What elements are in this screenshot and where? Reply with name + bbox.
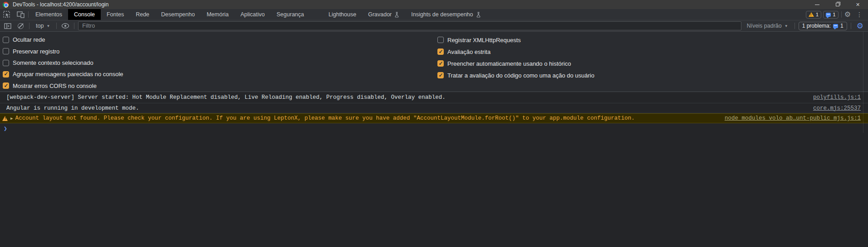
warning-icon xyxy=(809,12,814,17)
divider xyxy=(56,23,57,29)
messages-badge[interactable]: 1 xyxy=(823,11,838,19)
device-toolbar-icon[interactable] xyxy=(14,9,27,20)
source-link[interactable]: node_modules_volo_ab…unt-public_mjs.js:1 xyxy=(725,115,868,121)
minimize-icon xyxy=(815,5,819,5)
checkbox-preservar-registro[interactable]: Preservar registro xyxy=(0,45,435,57)
divider xyxy=(29,23,29,29)
minimize-button[interactable] xyxy=(807,0,827,9)
log-message: Angular is running in development mode. xyxy=(0,105,139,111)
close-button[interactable]: ✕ xyxy=(848,0,868,9)
issue-bubble-icon xyxy=(833,24,838,28)
expand-caret-icon[interactable]: ▶ xyxy=(10,116,13,121)
console-warning-row: ▶ Account layout not found. Please check… xyxy=(0,113,868,123)
window-title: DevTools - localhost:4200/account/login xyxy=(13,1,108,8)
console-settings-gear-icon[interactable]: ⚙ xyxy=(855,22,865,30)
experiment-flask-icon xyxy=(394,12,399,18)
console-prompt-row[interactable]: ❯ xyxy=(0,123,868,134)
javascript-context-dropdown[interactable]: top ▼ xyxy=(33,23,53,29)
checkbox-icon[interactable] xyxy=(437,60,444,67)
scrollbar-gutter[interactable] xyxy=(863,32,868,133)
checkbox-avaliacao-acao-usuario[interactable]: Tratar a avaliação do código como uma aç… xyxy=(435,69,594,81)
more-options-icon[interactable]: ⋮ xyxy=(853,11,866,18)
console-settings-panel: Ocultar rede Preservar registro Somente … xyxy=(0,32,868,92)
checkbox-somente-contexto[interactable]: Somente contexto selecionado xyxy=(0,57,435,68)
checkbox-preencher-historico[interactable]: Preencher automaticamente usando o histó… xyxy=(435,58,594,69)
window-controls: ✕ xyxy=(807,0,868,9)
issues-button[interactable]: 1 problema: 1 xyxy=(799,22,847,30)
settings-column-right: Registrar XMLHttpRequests Avaliação estr… xyxy=(435,34,594,92)
maximize-button[interactable] xyxy=(827,0,848,9)
warning-triangle-icon xyxy=(2,116,8,121)
checkbox-ocultar-rede[interactable]: Ocultar rede xyxy=(0,34,435,45)
checkbox-icon[interactable] xyxy=(3,82,9,89)
checkbox-avaliacao-estrita[interactable]: Avaliação estrita xyxy=(435,46,594,58)
chevron-down-icon: ▼ xyxy=(785,24,788,28)
console-log-row: [webpack-dev-server] Server started: Hot… xyxy=(0,92,868,103)
live-expression-eye-icon[interactable] xyxy=(60,21,70,30)
checkbox-icon[interactable] xyxy=(3,48,9,54)
source-link[interactable]: polyfills.js:1 xyxy=(813,94,868,101)
tab-aplicativo[interactable]: Aplicativo xyxy=(235,9,271,20)
log-levels-dropdown[interactable]: Níveis padrão ▼ xyxy=(744,23,791,29)
settings-column-left: Ocultar rede Preservar registro Somente … xyxy=(0,34,435,92)
devtools-tabbar: Elementos Console Fontes Rede Desempenho… xyxy=(0,9,868,20)
tab-gravador[interactable]: Gravador xyxy=(362,9,405,20)
chrome-logo-icon xyxy=(3,2,9,8)
warnings-badge[interactable]: 1 xyxy=(806,11,821,19)
maximize-icon xyxy=(836,3,839,6)
experiment-flask-icon xyxy=(476,12,481,18)
tab-console[interactable]: Console xyxy=(68,9,101,20)
divider xyxy=(851,23,851,29)
prompt-chevron-icon: ❯ xyxy=(4,125,7,132)
warning-message: Account layout not found. Please check y… xyxy=(15,115,634,121)
console-messages-area: [webpack-dev-server] Server started: Hot… xyxy=(0,92,868,247)
tab-seguranca[interactable]: Segurança xyxy=(271,9,310,20)
log-message: [webpack-dev-server] Server started: Hot… xyxy=(0,94,446,101)
divider xyxy=(841,11,842,18)
settings-gear-icon[interactable]: ⚙ xyxy=(844,11,851,18)
titlebar: DevTools - localhost:4200/account/login … xyxy=(0,0,868,9)
chevron-down-icon: ▼ xyxy=(46,24,50,28)
console-sidebar-icon[interactable] xyxy=(3,21,13,30)
checkbox-agrupar-mensagens[interactable]: Agrupar mensagens parecidas no console xyxy=(0,68,435,80)
checkbox-icon[interactable] xyxy=(437,37,444,43)
divider xyxy=(74,23,74,29)
divider xyxy=(28,11,29,18)
tab-rede[interactable]: Rede xyxy=(130,9,155,20)
tab-desempenho[interactable]: Desempenho xyxy=(155,9,201,20)
source-link[interactable]: core.mjs:25537 xyxy=(813,105,868,111)
clear-console-icon[interactable] xyxy=(15,21,25,30)
checkbox-erros-cors[interactable]: Mostrar erros CORS no console xyxy=(0,80,435,92)
console-log-row: Angular is running in development mode. … xyxy=(0,103,868,113)
devtools-window: DevTools - localhost:4200/account/login … xyxy=(0,0,868,247)
checkbox-icon[interactable] xyxy=(437,48,444,55)
console-toolbar: top ▼ Níveis padrão ▼ 1 problema: 1 ⚙ xyxy=(0,20,868,32)
inspect-element-icon[interactable] xyxy=(0,9,14,20)
tab-memoria[interactable]: Memória xyxy=(201,9,235,20)
tabbar-right: 1 1 ⚙ ⋮ xyxy=(806,9,868,20)
checkbox-icon[interactable] xyxy=(3,37,9,43)
checkbox-registrar-xhr[interactable]: Registrar XMLHttpRequests xyxy=(435,34,594,46)
tab-fontes[interactable]: Fontes xyxy=(101,9,130,20)
checkbox-icon[interactable] xyxy=(3,71,9,77)
divider xyxy=(794,23,795,29)
tab-insights-desempenho[interactable]: Insights de desempenho xyxy=(405,9,486,20)
checkbox-icon[interactable] xyxy=(3,60,9,66)
message-bubble-icon xyxy=(826,13,831,17)
filter-input[interactable] xyxy=(78,21,741,30)
tab-lighthouse[interactable]: Lighthouse xyxy=(323,9,362,20)
tab-elementos[interactable]: Elementos xyxy=(29,9,68,20)
checkbox-icon[interactable] xyxy=(437,72,444,78)
